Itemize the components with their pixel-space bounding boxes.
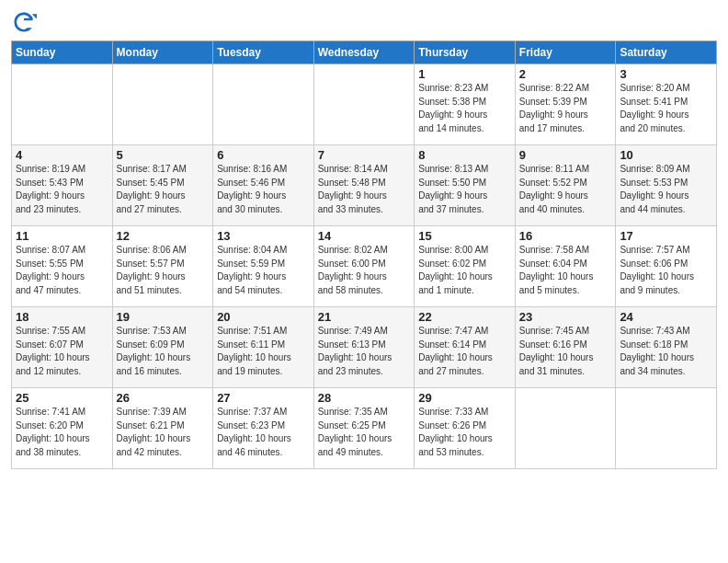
calendar-cell: 15Sunrise: 8:00 AMSunset: 6:02 PMDayligh… xyxy=(415,226,516,307)
calendar-cell xyxy=(313,64,415,145)
calendar-week-row: 11Sunrise: 8:07 AMSunset: 5:55 PMDayligh… xyxy=(12,226,717,307)
calendar-cell xyxy=(213,64,314,145)
calendar-cell: 18Sunrise: 7:55 AMSunset: 6:07 PMDayligh… xyxy=(12,307,113,388)
day-info: Sunrise: 7:55 AMSunset: 6:07 PMDaylight:… xyxy=(16,325,108,378)
day-info: Sunrise: 8:06 AMSunset: 5:57 PMDaylight:… xyxy=(117,244,210,297)
calendar-cell: 2Sunrise: 8:22 AMSunset: 5:39 PMDaylight… xyxy=(515,64,616,145)
calendar-cell: 21Sunrise: 7:49 AMSunset: 6:13 PMDayligh… xyxy=(313,307,415,388)
day-info: Sunrise: 7:41 AMSunset: 6:20 PMDaylight:… xyxy=(16,406,108,459)
day-info: Sunrise: 7:58 AMSunset: 6:04 PMDaylight:… xyxy=(519,244,612,297)
calendar-cell: 19Sunrise: 7:53 AMSunset: 6:09 PMDayligh… xyxy=(112,307,213,388)
calendar-cell: 11Sunrise: 8:07 AMSunset: 5:55 PMDayligh… xyxy=(12,226,113,307)
calendar-table: SundayMondayTuesdayWednesdayThursdayFrid… xyxy=(11,40,717,469)
day-info: Sunrise: 8:20 AMSunset: 5:41 PMDaylight:… xyxy=(620,82,712,135)
day-number: 9 xyxy=(519,148,612,162)
calendar-header-thursday: Thursday xyxy=(415,41,516,64)
day-number: 20 xyxy=(217,310,310,324)
day-info: Sunrise: 7:43 AMSunset: 6:18 PMDaylight:… xyxy=(620,325,712,378)
day-number: 8 xyxy=(418,148,511,162)
day-info: Sunrise: 7:37 AMSunset: 6:23 PMDaylight:… xyxy=(217,406,310,459)
day-info: Sunrise: 8:02 AMSunset: 6:00 PMDaylight:… xyxy=(318,244,411,297)
calendar-header-monday: Monday xyxy=(112,41,213,64)
day-number: 26 xyxy=(117,391,210,405)
day-info: Sunrise: 8:23 AMSunset: 5:38 PMDaylight:… xyxy=(418,82,511,135)
calendar-week-row: 18Sunrise: 7:55 AMSunset: 6:07 PMDayligh… xyxy=(12,307,717,388)
day-number: 16 xyxy=(519,229,612,243)
day-number: 14 xyxy=(318,229,411,243)
day-info: Sunrise: 8:11 AMSunset: 5:52 PMDaylight:… xyxy=(519,163,612,216)
day-number: 17 xyxy=(620,229,712,243)
calendar-cell: 16Sunrise: 7:58 AMSunset: 6:04 PMDayligh… xyxy=(515,226,616,307)
calendar-cell xyxy=(515,388,616,469)
day-info: Sunrise: 8:13 AMSunset: 5:50 PMDaylight:… xyxy=(418,163,511,216)
day-info: Sunrise: 7:39 AMSunset: 6:21 PMDaylight:… xyxy=(117,406,210,459)
day-info: Sunrise: 7:57 AMSunset: 6:06 PMDaylight:… xyxy=(620,244,712,297)
day-number: 24 xyxy=(620,310,712,324)
day-number: 18 xyxy=(16,310,108,324)
calendar-cell: 29Sunrise: 7:33 AMSunset: 6:26 PMDayligh… xyxy=(415,388,516,469)
day-info: Sunrise: 8:17 AMSunset: 5:45 PMDaylight:… xyxy=(117,163,210,216)
calendar-cell: 17Sunrise: 7:57 AMSunset: 6:06 PMDayligh… xyxy=(616,226,717,307)
day-number: 22 xyxy=(418,310,511,324)
calendar-cell: 1Sunrise: 8:23 AMSunset: 5:38 PMDaylight… xyxy=(415,64,516,145)
calendar-cell: 8Sunrise: 8:13 AMSunset: 5:50 PMDaylight… xyxy=(415,145,516,226)
header xyxy=(11,9,717,35)
day-number: 28 xyxy=(318,391,411,405)
calendar-cell: 20Sunrise: 7:51 AMSunset: 6:11 PMDayligh… xyxy=(213,307,314,388)
calendar-header-friday: Friday xyxy=(515,41,616,64)
day-info: Sunrise: 8:22 AMSunset: 5:39 PMDaylight:… xyxy=(519,82,612,135)
day-info: Sunrise: 8:19 AMSunset: 5:43 PMDaylight:… xyxy=(16,163,108,216)
page: SundayMondayTuesdayWednesdayThursdayFrid… xyxy=(0,0,728,563)
calendar-cell: 28Sunrise: 7:35 AMSunset: 6:25 PMDayligh… xyxy=(313,388,415,469)
calendar-week-row: 4Sunrise: 8:19 AMSunset: 5:43 PMDaylight… xyxy=(12,145,717,226)
calendar-cell: 6Sunrise: 8:16 AMSunset: 5:46 PMDaylight… xyxy=(213,145,314,226)
day-info: Sunrise: 8:14 AMSunset: 5:48 PMDaylight:… xyxy=(318,163,411,216)
day-info: Sunrise: 7:33 AMSunset: 6:26 PMDaylight:… xyxy=(418,406,511,459)
day-number: 21 xyxy=(318,310,411,324)
calendar-header-tuesday: Tuesday xyxy=(213,41,314,64)
calendar-cell: 14Sunrise: 8:02 AMSunset: 6:00 PMDayligh… xyxy=(313,226,415,307)
calendar-header-row: SundayMondayTuesdayWednesdayThursdayFrid… xyxy=(12,41,717,64)
calendar-cell: 25Sunrise: 7:41 AMSunset: 6:20 PMDayligh… xyxy=(12,388,113,469)
day-number: 23 xyxy=(519,310,612,324)
calendar-header-wednesday: Wednesday xyxy=(313,41,415,64)
day-number: 25 xyxy=(16,391,108,405)
day-number: 29 xyxy=(418,391,511,405)
day-number: 7 xyxy=(318,148,411,162)
day-number: 27 xyxy=(217,391,310,405)
day-info: Sunrise: 7:53 AMSunset: 6:09 PMDaylight:… xyxy=(117,325,210,378)
day-info: Sunrise: 7:47 AMSunset: 6:14 PMDaylight:… xyxy=(418,325,511,378)
day-number: 10 xyxy=(620,148,712,162)
day-number: 15 xyxy=(418,229,511,243)
day-info: Sunrise: 8:00 AMSunset: 6:02 PMDaylight:… xyxy=(418,244,511,297)
calendar-cell: 9Sunrise: 8:11 AMSunset: 5:52 PMDaylight… xyxy=(515,145,616,226)
day-number: 3 xyxy=(620,67,712,81)
calendar-cell xyxy=(112,64,213,145)
calendar-cell xyxy=(616,388,717,469)
day-number: 2 xyxy=(519,67,612,81)
day-info: Sunrise: 7:51 AMSunset: 6:11 PMDaylight:… xyxy=(217,325,310,378)
day-info: Sunrise: 8:16 AMSunset: 5:46 PMDaylight:… xyxy=(217,163,310,216)
day-number: 4 xyxy=(16,148,108,162)
day-number: 1 xyxy=(418,67,511,81)
day-info: Sunrise: 7:35 AMSunset: 6:25 PMDaylight:… xyxy=(318,406,411,459)
calendar-week-row: 1Sunrise: 8:23 AMSunset: 5:38 PMDaylight… xyxy=(12,64,717,145)
calendar-cell: 7Sunrise: 8:14 AMSunset: 5:48 PMDaylight… xyxy=(313,145,415,226)
calendar-cell: 24Sunrise: 7:43 AMSunset: 6:18 PMDayligh… xyxy=(616,307,717,388)
calendar-cell: 22Sunrise: 7:47 AMSunset: 6:14 PMDayligh… xyxy=(415,307,516,388)
calendar-week-row: 25Sunrise: 7:41 AMSunset: 6:20 PMDayligh… xyxy=(12,388,717,469)
day-info: Sunrise: 8:07 AMSunset: 5:55 PMDaylight:… xyxy=(16,244,108,297)
day-number: 11 xyxy=(16,229,108,243)
calendar-header-saturday: Saturday xyxy=(616,41,717,64)
day-number: 19 xyxy=(117,310,210,324)
day-number: 6 xyxy=(217,148,310,162)
calendar-header-sunday: Sunday xyxy=(12,41,113,64)
calendar-cell: 10Sunrise: 8:09 AMSunset: 5:53 PMDayligh… xyxy=(616,145,717,226)
day-info: Sunrise: 7:49 AMSunset: 6:13 PMDaylight:… xyxy=(318,325,411,378)
calendar-cell: 23Sunrise: 7:45 AMSunset: 6:16 PMDayligh… xyxy=(515,307,616,388)
calendar-cell: 12Sunrise: 8:06 AMSunset: 5:57 PMDayligh… xyxy=(112,226,213,307)
logo xyxy=(11,9,40,35)
calendar-cell: 3Sunrise: 8:20 AMSunset: 5:41 PMDaylight… xyxy=(616,64,717,145)
logo-icon xyxy=(11,9,37,35)
day-number: 13 xyxy=(217,229,310,243)
